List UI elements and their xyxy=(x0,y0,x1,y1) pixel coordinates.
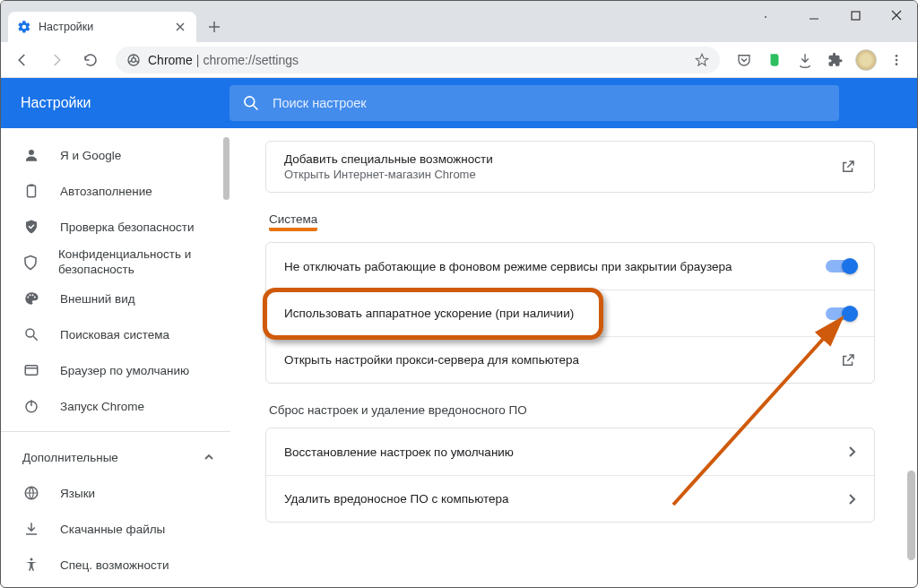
settings-search-input[interactable] xyxy=(273,96,827,110)
row-add-accessibility[interactable]: Добавить специальные возможности Открыть… xyxy=(266,142,874,192)
reload-button[interactable] xyxy=(76,46,105,74)
bookmark-star-icon[interactable] xyxy=(695,53,709,67)
svg-point-2 xyxy=(132,57,136,62)
extension-area xyxy=(731,47,910,74)
sidebar-item-default-browser[interactable]: Браузер по умолчанию xyxy=(1,352,230,388)
sidebar-item-label: Проверка безопасности xyxy=(60,220,195,234)
sidebar-item-accessibility[interactable]: Спец. возможности xyxy=(1,547,230,583)
svg-rect-0 xyxy=(852,12,860,20)
svg-point-4 xyxy=(896,58,898,61)
close-tab-icon[interactable] xyxy=(173,20,187,34)
sidebar-advanced-toggle[interactable]: Дополнительные xyxy=(1,439,230,475)
sidebar-item-languages[interactable]: Языки xyxy=(1,475,230,511)
open-external-icon[interactable] xyxy=(840,352,856,368)
row-subtitle: Открыть Интернет-магазин Chrome xyxy=(284,168,829,181)
profile-avatar[interactable] xyxy=(853,47,879,74)
system-card: Не отключать работающие в фоновом режиме… xyxy=(265,242,875,384)
sidebar-advanced-label: Дополнительные xyxy=(22,451,118,464)
svg-point-10 xyxy=(30,294,31,296)
sidebar-item-search-engine[interactable]: Поисковая система xyxy=(1,316,230,352)
row-label: Удалить вредоносное ПО с компьютера xyxy=(284,492,836,506)
row-label: Открыть настройки прокси-сервера для ком… xyxy=(284,353,829,367)
svg-rect-8 xyxy=(28,186,36,197)
back-button[interactable] xyxy=(8,46,37,74)
title-bar: Настройки xyxy=(1,1,917,42)
sidebar-scrollbar[interactable] xyxy=(221,128,230,587)
row-cleanup[interactable]: Удалить вредоносное ПО с компьютера xyxy=(266,475,874,522)
sidebar-item-label: Поисковая система xyxy=(60,328,169,342)
pocket-extension-icon[interactable] xyxy=(731,47,758,74)
sidebar-item-label: Конфиденциальность и безопасность xyxy=(58,247,230,278)
browser-menu-button[interactable] xyxy=(883,47,910,74)
shield-icon xyxy=(22,254,39,272)
sidebar-item-label: Я и Google xyxy=(60,149,121,162)
svg-point-11 xyxy=(32,294,34,296)
close-window-button[interactable] xyxy=(876,1,917,30)
palette-icon xyxy=(22,290,40,307)
settings-sidebar: Я и Google Автозаполнение Проверка безоп… xyxy=(1,128,230,587)
browser-icon xyxy=(22,361,40,379)
forward-button[interactable] xyxy=(42,46,71,74)
browser-window: Настройки Chrome | xyxy=(0,0,918,588)
sidebar-item-you-and-google[interactable]: Я и Google xyxy=(1,137,230,173)
sidebar-item-safety-check[interactable]: Проверка безопасности xyxy=(1,209,230,245)
settings-main: Добавить специальные возможности Открыть… xyxy=(230,128,917,587)
toggle-background-apps[interactable] xyxy=(826,260,856,272)
tab-settings[interactable]: Настройки xyxy=(8,12,196,42)
row-hardware-accel: Использовать аппаратное ускорение (при н… xyxy=(266,290,874,336)
extensions-puzzle-icon[interactable] xyxy=(822,47,849,74)
maximize-button[interactable] xyxy=(835,1,876,30)
sidebar-item-label: Языки xyxy=(60,487,95,500)
sidebar-item-privacy[interactable]: Конфиденциальность и безопасность xyxy=(1,245,230,281)
sidebar-item-label: Внешний вид xyxy=(60,292,135,306)
minimize-button[interactable] xyxy=(793,1,835,30)
svg-point-7 xyxy=(29,150,34,155)
sidebar-item-label: Браузер по умолчанию xyxy=(60,364,189,377)
row-restore-defaults[interactable]: Восстановление настроек по умолчанию xyxy=(266,428,874,475)
settings-title: Настройки xyxy=(1,95,230,111)
settings-header: Настройки xyxy=(1,78,917,128)
accessibility-icon xyxy=(22,556,40,574)
globe-icon xyxy=(22,484,40,502)
open-external-icon[interactable] xyxy=(840,159,856,175)
sidebar-item-label: Автозаполнение xyxy=(60,185,152,198)
sidebar-item-autofill[interactable]: Автозаполнение xyxy=(1,173,230,209)
chevron-up-icon xyxy=(204,452,214,463)
browser-toolbar: Chrome | chrome://settings xyxy=(1,42,917,78)
person-icon xyxy=(22,146,40,164)
svg-point-12 xyxy=(34,297,36,298)
power-icon xyxy=(22,397,40,415)
gear-icon xyxy=(17,20,31,34)
download-extension-icon[interactable] xyxy=(792,47,818,74)
accessibility-card: Добавить специальные возможности Открыть… xyxy=(265,141,875,193)
sidebar-item-appearance[interactable]: Внешний вид xyxy=(1,281,230,316)
sidebar-item-on-startup[interactable]: Запуск Chrome xyxy=(1,388,230,424)
new-tab-button[interactable] xyxy=(202,14,227,39)
address-bar[interactable]: Chrome | chrome://settings xyxy=(116,47,720,74)
chrome-site-icon xyxy=(126,53,141,67)
url-text: Chrome | chrome://settings xyxy=(148,53,299,67)
svg-point-9 xyxy=(27,297,29,298)
evernote-extension-icon[interactable] xyxy=(761,47,788,74)
sidebar-item-label: Запуск Chrome xyxy=(60,400,144,413)
main-scrollbar[interactable] xyxy=(905,128,917,587)
row-title: Добавить специальные возможности xyxy=(284,152,829,166)
svg-point-5 xyxy=(896,63,898,65)
clipboard-icon xyxy=(22,182,40,200)
search-icon xyxy=(242,94,260,112)
sidebar-divider xyxy=(1,431,230,432)
tab-title: Настройки xyxy=(39,21,93,33)
toggle-hardware-accel[interactable] xyxy=(826,307,856,320)
svg-point-17 xyxy=(30,558,33,561)
shield-check-icon xyxy=(22,218,40,236)
svg-rect-14 xyxy=(25,366,38,376)
section-title-system: Система xyxy=(269,212,875,231)
row-proxy-settings[interactable]: Открыть настройки прокси-сервера для ком… xyxy=(266,336,874,383)
content-area: Я и Google Автозаполнение Проверка безоп… xyxy=(1,128,917,587)
sidebar-item-downloads[interactable]: Скачанные файлы xyxy=(1,511,230,547)
settings-search[interactable] xyxy=(230,85,839,121)
download-icon xyxy=(22,520,40,538)
svg-point-6 xyxy=(245,97,255,107)
tab-strip: Настройки xyxy=(1,1,227,42)
status-indicator-dot xyxy=(762,13,769,21)
